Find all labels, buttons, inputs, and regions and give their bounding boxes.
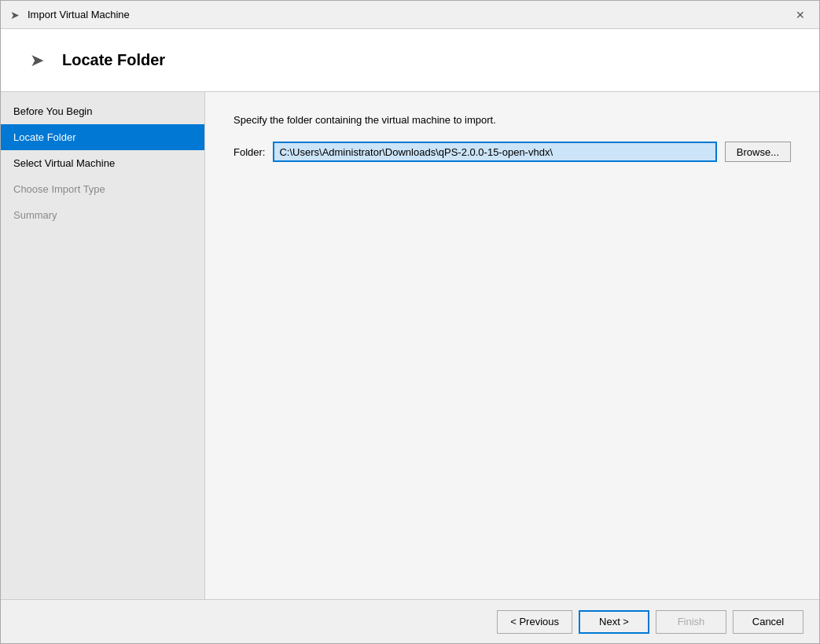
sidebar-item-choose-import-type: Choose Import Type: [1, 176, 204, 202]
page-header: ➤ Locate Folder: [1, 29, 819, 92]
footer: < Previous Next > Finish Cancel: [1, 599, 819, 643]
sidebar: Before You Begin Locate Folder Select Vi…: [1, 92, 205, 599]
browse-button[interactable]: Browse...: [725, 142, 791, 162]
previous-button[interactable]: < Previous: [497, 610, 572, 634]
title-bar: ➤ Import Virtual Machine ✕: [1, 1, 819, 29]
window-icon: ➤: [9, 9, 21, 21]
description-text: Specify the folder containing the virtua…: [233, 114, 791, 126]
finish-button: Finish: [656, 610, 726, 634]
main-content: Specify the folder containing the virtua…: [205, 92, 819, 599]
folder-label: Folder:: [233, 146, 265, 158]
sidebar-item-select-virtual-machine[interactable]: Select Virtual Machine: [1, 150, 204, 176]
content-area: Before You Begin Locate Folder Select Vi…: [1, 92, 819, 599]
next-button[interactable]: Next >: [579, 610, 649, 634]
sidebar-item-locate-folder[interactable]: Locate Folder: [1, 124, 204, 150]
title-bar-left: ➤ Import Virtual Machine: [9, 9, 130, 21]
close-button[interactable]: ✕: [789, 4, 811, 26]
window-title: Import Virtual Machine: [28, 9, 130, 20]
folder-row: Folder: Browse...: [233, 142, 791, 162]
page-title: Locate Folder: [62, 51, 165, 69]
sidebar-item-summary: Summary: [1, 202, 204, 228]
cancel-button[interactable]: Cancel: [733, 610, 803, 634]
folder-input[interactable]: [273, 142, 716, 162]
header-icon: ➤: [24, 48, 50, 73]
sidebar-item-before-you-begin[interactable]: Before You Begin: [1, 98, 204, 124]
import-virtual-machine-window: ➤ Import Virtual Machine ✕ ➤ Locate Fold…: [0, 0, 820, 644]
